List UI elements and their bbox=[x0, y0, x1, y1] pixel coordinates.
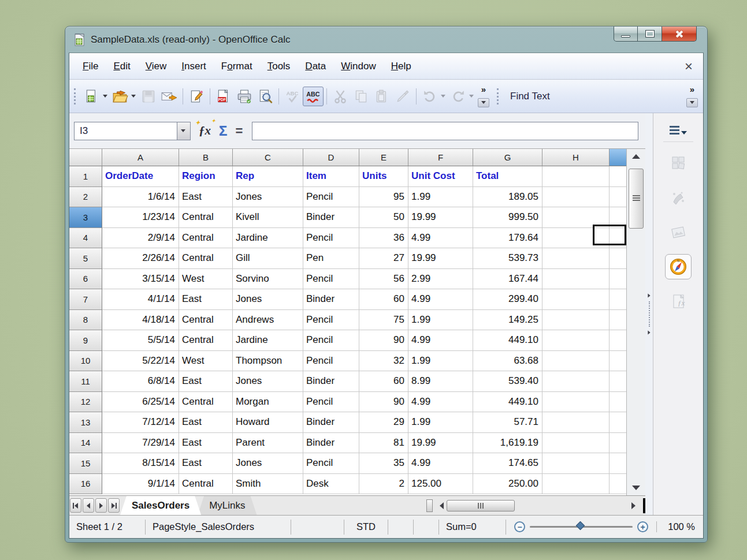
row-header-7[interactable]: 7 bbox=[69, 289, 102, 310]
cell[interactable]: 8/15/14 bbox=[102, 453, 179, 474]
find-overflow-button[interactable]: » bbox=[685, 84, 700, 109]
menu-item-format[interactable]: Format bbox=[214, 58, 260, 75]
cell[interactable]: 60 bbox=[359, 371, 408, 392]
first-sheet-button[interactable] bbox=[70, 498, 81, 513]
row-header-9[interactable]: 9 bbox=[69, 330, 102, 351]
find-toolbar-grip[interactable] bbox=[497, 88, 501, 104]
cell[interactable]: East bbox=[179, 453, 233, 474]
cell[interactable] bbox=[542, 269, 610, 290]
vertical-scrollbar[interactable] bbox=[626, 149, 645, 495]
cell[interactable]: 174.65 bbox=[473, 453, 542, 474]
cell[interactable]: 167.44 bbox=[473, 269, 542, 290]
sheet-tab-mylinks[interactable]: MyLinks bbox=[198, 496, 257, 515]
cell[interactable]: East bbox=[179, 412, 233, 433]
cell[interactable]: 50 bbox=[359, 207, 408, 228]
overflow-dropdown[interactable] bbox=[478, 98, 489, 107]
cell[interactable]: 189.05 bbox=[473, 187, 542, 208]
cell[interactable]: Thompson bbox=[233, 351, 303, 372]
email-document-button[interactable] bbox=[159, 87, 180, 106]
cell[interactable]: 75 bbox=[359, 310, 408, 331]
format-paintbrush-button[interactable] bbox=[392, 87, 413, 106]
cell[interactable]: 179.64 bbox=[473, 228, 542, 249]
cell[interactable]: 19.99 bbox=[408, 433, 473, 454]
cell[interactable]: 63.68 bbox=[473, 351, 542, 372]
cell[interactable]: 2 bbox=[359, 474, 408, 495]
cell[interactable] bbox=[542, 310, 610, 331]
cell[interactable]: 81 bbox=[359, 433, 408, 454]
spellcheck-button[interactable]: ABC bbox=[282, 87, 303, 106]
cell[interactable]: 1.99 bbox=[408, 187, 473, 208]
new-document-button[interactable] bbox=[81, 87, 102, 106]
row-header-16[interactable]: 16 bbox=[69, 474, 102, 495]
cell[interactable]: Region bbox=[179, 166, 233, 187]
auto-spellcheck-button[interactable]: ABC bbox=[303, 87, 324, 106]
horizontal-scroll-track[interactable] bbox=[447, 499, 628, 513]
document-close-icon[interactable]: × bbox=[680, 61, 697, 72]
cell[interactable]: Pencil bbox=[303, 453, 359, 474]
menu-item-edit[interactable]: Edit bbox=[106, 58, 137, 75]
copy-button[interactable] bbox=[351, 87, 371, 106]
cell[interactable]: Central bbox=[179, 330, 233, 351]
row-header-11[interactable]: 11 bbox=[69, 371, 102, 392]
cell[interactable]: Desk bbox=[303, 474, 359, 495]
cell-reference-value[interactable]: I3 bbox=[74, 122, 177, 140]
cell[interactable]: Binder bbox=[303, 289, 359, 310]
cell[interactable]: 4/18/14 bbox=[102, 310, 179, 331]
cell[interactable]: Central bbox=[179, 474, 233, 495]
cell[interactable] bbox=[610, 351, 626, 372]
redo-dropdown-icon[interactable] bbox=[469, 95, 474, 98]
cell[interactable]: East bbox=[179, 433, 233, 454]
cell[interactable] bbox=[542, 228, 610, 249]
cell[interactable]: Pencil bbox=[303, 269, 359, 290]
cell[interactable]: 6/25/14 bbox=[102, 392, 179, 413]
cell[interactable]: Smith bbox=[233, 474, 303, 495]
toolbar-grip[interactable] bbox=[74, 88, 78, 104]
cell[interactable]: Morgan bbox=[233, 392, 303, 413]
cell[interactable]: 95 bbox=[359, 187, 408, 208]
cell[interactable]: 60 bbox=[359, 289, 408, 310]
cell[interactable] bbox=[610, 248, 626, 269]
cut-button[interactable] bbox=[330, 87, 351, 106]
cell[interactable]: East bbox=[179, 289, 233, 310]
cell[interactable]: Jardine bbox=[233, 330, 303, 351]
find-overflow-dropdown[interactable] bbox=[686, 98, 698, 107]
cell[interactable]: Pencil bbox=[303, 330, 359, 351]
zoom-out-button[interactable]: − bbox=[514, 521, 525, 532]
cell[interactable]: 3/15/14 bbox=[102, 269, 179, 290]
cell[interactable]: 4.99 bbox=[408, 453, 473, 474]
cell[interactable]: 4.99 bbox=[408, 330, 473, 351]
toolbar-overflow-button[interactable]: » bbox=[476, 84, 491, 109]
column-header-c[interactable]: C bbox=[233, 149, 303, 166]
row-header-10[interactable]: 10 bbox=[69, 351, 102, 372]
cell[interactable]: Central bbox=[179, 228, 233, 249]
cell[interactable]: 7/12/14 bbox=[102, 412, 179, 433]
cell[interactable]: 2/9/14 bbox=[102, 228, 179, 249]
next-sheet-button[interactable] bbox=[95, 498, 107, 513]
last-sheet-button[interactable] bbox=[108, 498, 120, 513]
cell[interactable]: Sorvino bbox=[233, 269, 303, 290]
titlebar[interactable]: SampleData.xls (read-only) - OpenOffice … bbox=[69, 27, 704, 53]
cell[interactable] bbox=[542, 371, 610, 392]
vertical-scroll-thumb[interactable] bbox=[629, 169, 644, 229]
cell[interactable]: 149.25 bbox=[473, 310, 542, 331]
cell[interactable]: Binder bbox=[303, 207, 359, 228]
cell[interactable]: Pencil bbox=[303, 310, 359, 331]
row-header-14[interactable]: 14 bbox=[69, 433, 102, 454]
cell[interactable]: Binder bbox=[303, 433, 359, 454]
column-header-f[interactable]: F bbox=[408, 149, 473, 166]
cell[interactable]: 250.00 bbox=[473, 474, 542, 495]
vertical-scroll-track[interactable] bbox=[627, 229, 645, 480]
row-header-2[interactable]: 2 bbox=[69, 187, 102, 208]
cell[interactable]: 32 bbox=[359, 351, 408, 372]
scroll-up-button[interactable] bbox=[627, 149, 645, 164]
cell[interactable]: Pencil bbox=[303, 187, 359, 208]
cell[interactable]: 1/23/14 bbox=[102, 207, 179, 228]
cell[interactable]: 1.99 bbox=[408, 310, 473, 331]
pane-splitter[interactable] bbox=[426, 499, 433, 512]
cell[interactable] bbox=[610, 269, 626, 290]
cell[interactable] bbox=[542, 289, 610, 310]
column-header-a[interactable]: A bbox=[102, 149, 179, 166]
cell[interactable]: 4.99 bbox=[408, 392, 473, 413]
cell[interactable]: Pencil bbox=[303, 228, 359, 249]
cell[interactable] bbox=[610, 330, 626, 351]
